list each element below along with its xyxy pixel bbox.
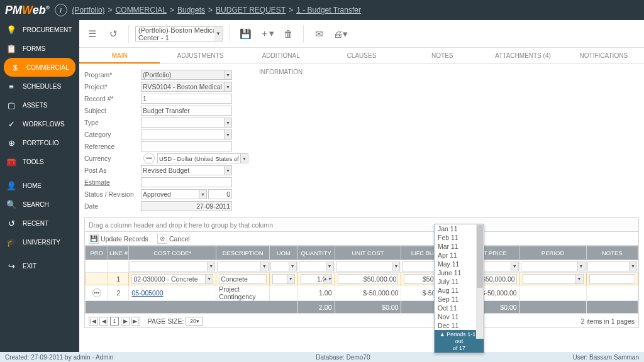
col-cost-code[interactable]: COST CODE* <box>129 246 216 260</box>
breadcrumb-commercial[interactable]: COMMERCIAL <box>116 6 167 14</box>
col-notes[interactable]: NOTES <box>586 246 638 260</box>
breadcrumb-current[interactable]: 1 - Budget Transfer <box>296 6 361 14</box>
update-records-button[interactable]: 💾Update Records <box>89 234 148 244</box>
breadcrumb-budgets[interactable]: Budgets <box>177 6 205 14</box>
info-icon[interactable]: i <box>55 4 67 16</box>
sidebar-item-exit[interactable]: ↪EXIT <box>0 256 79 275</box>
estimate-field[interactable] <box>141 177 232 187</box>
tab-bar: MAIN ADJUSTMENTS ADDITIONAL INFORMATION … <box>79 48 644 64</box>
label-status: Status / Revision <box>84 190 141 198</box>
label-project: Project* <box>84 83 141 90</box>
filter-description[interactable]: ▼ <box>217 261 269 272</box>
sidebar: 💡PROCUREMENT 📋FORMS $COMMERCIAL ≡SCHEDUL… <box>0 20 79 352</box>
type-field[interactable]: ▼ <box>141 118 232 128</box>
col-line[interactable]: LINE # <box>108 246 129 260</box>
filter-unit-cost[interactable]: ▼ <box>336 261 401 272</box>
mail-icon[interactable]: ✉ <box>310 25 328 43</box>
col-pro[interactable]: PRO <box>86 246 108 260</box>
cell-description-input[interactable]: Concrete <box>219 274 267 284</box>
label-reference: Reference <box>84 143 141 150</box>
cell-ucost-input[interactable]: $50,000.00 <box>338 274 399 284</box>
postas-field[interactable]: Revised Budget▼ <box>141 165 232 175</box>
col-unit-cost[interactable]: UNIT COST <box>335 246 401 260</box>
print-icon[interactable]: 🖨▾ <box>331 25 349 43</box>
page-size-select[interactable]: 20▾ <box>186 317 203 326</box>
reference-field[interactable] <box>141 141 232 151</box>
cell-line-2: 2 <box>108 285 129 301</box>
revision-field[interactable]: 0 <box>208 189 232 199</box>
toolbox-icon: 🧰 <box>6 156 16 167</box>
subject-field[interactable]: Budget Transfer <box>141 106 232 116</box>
filter-notes[interactable]: ▼ <box>587 261 637 272</box>
tab-notifications[interactable]: NOTIFICATIONS <box>564 48 644 63</box>
pager-first-icon[interactable]: |◀ <box>89 317 97 326</box>
filter-uom[interactable]: ▼ <box>270 261 297 272</box>
menu-icon[interactable]: ☰ <box>83 25 101 43</box>
cell-line-1: 1 <box>108 273 129 285</box>
sidebar-item-tools[interactable]: 🧰TOOLS <box>0 152 79 171</box>
delete-icon[interactable]: 🗑 <box>279 25 297 43</box>
check-icon: ✓ <box>6 119 16 129</box>
sidebar-item-home[interactable]: 👤HOME <box>0 176 79 195</box>
pager-last-icon[interactable]: ▶| <box>131 317 140 326</box>
cell-cost-code-input[interactable]: 02-030000 - Concrete▼ <box>131 274 213 284</box>
save-records-icon: 💾 <box>89 234 99 244</box>
add-icon[interactable]: ＋▾ <box>258 25 275 43</box>
tab-notes[interactable]: NOTES <box>402 48 482 63</box>
cell-notes-input[interactable] <box>589 274 635 284</box>
project-field[interactable]: RVS0104 - Boston Medical Center▼ <box>141 82 232 92</box>
cell-period-input[interactable]: ▼ <box>523 274 584 284</box>
sidebar-item-portfolio[interactable]: ⊕PORTFOLIO <box>0 133 79 152</box>
tab-main[interactable]: MAIN <box>79 48 160 63</box>
filter-quantity[interactable]: ▼ <box>299 261 334 272</box>
sidebar-item-procurement[interactable]: 💡PROCUREMENT <box>0 20 79 39</box>
category-field[interactable]: ▼ <box>141 129 232 140</box>
save-icon[interactable]: 💾 <box>236 25 254 43</box>
sidebar-item-commercial[interactable]: $COMMERCIAL <box>4 58 75 77</box>
sidebar-item-forms[interactable]: 📋FORMS <box>0 39 79 58</box>
row-menu-icon[interactable]: ••• <box>92 288 101 297</box>
history-icon[interactable]: ↺ <box>104 25 122 43</box>
sidebar-item-university[interactable]: 🎓UNIVERSITY <box>0 233 79 251</box>
sidebar-item-assets[interactable]: ▢ASSETS <box>0 96 79 114</box>
tab-adjustments[interactable]: ADJUSTMENTS <box>160 48 240 63</box>
breadcrumb-budget-request[interactable]: BUDGET REQUEST <box>216 6 286 14</box>
currency-field[interactable]: USD - Dollar (United States of America)▼ <box>157 153 248 163</box>
filter-cost-code[interactable]: ▼ <box>130 261 215 272</box>
tab-additional-info[interactable]: ADDITIONAL INFORMATION <box>241 48 321 63</box>
program-field[interactable]: (Portfolio)▼ <box>141 70 232 80</box>
currency-lookup-icon[interactable]: ••• <box>143 153 155 164</box>
cancel-icon: ⊘ <box>157 234 167 244</box>
label-estimate[interactable]: Estimate <box>84 178 141 186</box>
pager-current[interactable]: 1 <box>110 317 119 326</box>
app-logo: PMWeb® <box>5 4 50 17</box>
col-uom[interactable]: UOM <box>269 246 297 260</box>
col-quantity[interactable]: QUANTITY <box>297 246 335 260</box>
breadcrumb-portfolio[interactable]: (Portfolio) <box>72 6 105 14</box>
status-field[interactable]: Approved▼ <box>141 189 207 199</box>
cell-cost-code-2[interactable]: 05-005000 <box>129 285 216 301</box>
col-period[interactable]: PERIOD <box>519 246 586 260</box>
sidebar-item-recent[interactable]: ↺RECENT <box>0 214 79 233</box>
tab-attachments[interactable]: ATTACHMENTS (4) <box>482 48 563 63</box>
sidebar-item-search[interactable]: 🔍SEARCH <box>0 195 79 214</box>
grid-group-area[interactable]: Drag a column header and drop it here to… <box>85 218 638 232</box>
main-area: ☰ ↺ (Portfolio)-Boston Medical Center - … <box>79 20 644 352</box>
record-field[interactable]: 1 <box>141 94 232 104</box>
cell-qty-input[interactable]: 1.00▲▼ <box>301 274 332 284</box>
tab-clauses[interactable]: CLAUSES <box>321 48 402 63</box>
label-postas: Post As <box>84 167 141 174</box>
dd-scrollbar[interactable] <box>476 224 484 339</box>
cell-uom-input[interactable]: ▼ <box>272 274 295 284</box>
cancel-button[interactable]: ⊘Cancel <box>157 234 190 244</box>
sidebar-item-workflows[interactable]: ✓WORKFLOWS <box>0 114 79 133</box>
pager-prev-icon[interactable]: ◀ <box>99 317 108 326</box>
grid-edit-row: 1 02-030000 - Concrete▼ Concrete ▼ 1.00▲… <box>86 273 638 285</box>
record-selector[interactable]: (Portfolio)-Boston Medical Center - 1▼ <box>135 26 223 41</box>
date-field[interactable]: 27-09-2011 <box>141 201 232 211</box>
period-dropdown[interactable]: Jan 11 Feb 11 Mar 11 Apr 11 May 11 June … <box>434 224 484 353</box>
pager-next-icon[interactable]: ▶ <box>121 317 130 326</box>
sidebar-item-schedules[interactable]: ≡SCHEDULES <box>0 77 79 96</box>
col-description[interactable]: DESCRIPTION <box>216 246 270 260</box>
filter-period[interactable]: ▼ <box>521 261 586 272</box>
